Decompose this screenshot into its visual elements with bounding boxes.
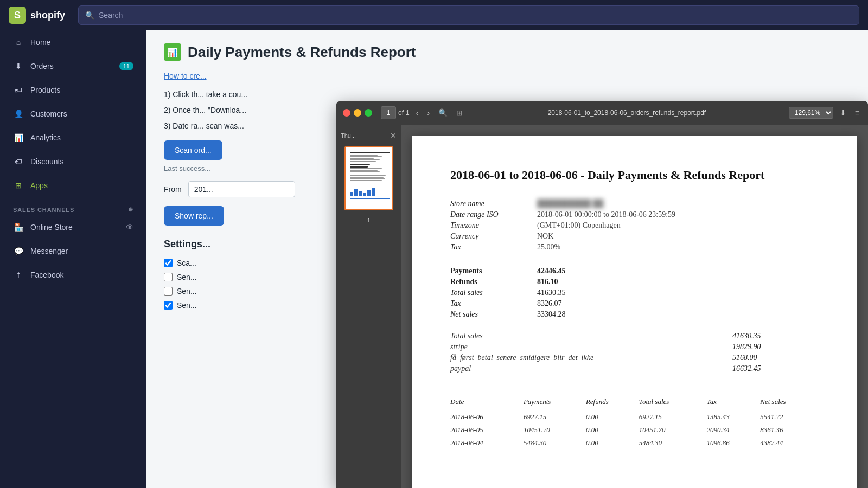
sidebar-item-online-store[interactable]: 🏪 Online Store 👁 <box>4 216 142 238</box>
table-cell: 0.00 <box>586 423 639 436</box>
search-bar[interactable]: 🔍 Search <box>78 5 859 25</box>
pdf-thumbnail-button[interactable]: ⊞ <box>454 107 465 118</box>
pdf-net-sales-value: 33304.28 <box>537 310 566 319</box>
pdf-main-content[interactable]: 2018-06-01 to 2018-06-06 - Daily Payment… <box>401 125 868 488</box>
table-cell: 10451.70 <box>524 423 586 436</box>
products-icon: 🏷 <box>13 85 24 95</box>
pdf-bd-fa-value: 5168.00 <box>732 354 757 362</box>
pdf-meta-timezone-label: Timezone <box>450 221 537 230</box>
instruction-1: 1) Click th... take a cou... <box>164 89 392 100</box>
pdf-meta-store-name-label: Store name <box>450 200 537 208</box>
pdf-page: 2018-06-01 to 2018-06-06 - Daily Payment… <box>412 136 857 488</box>
pdf-search-button[interactable]: 🔍 <box>436 107 450 118</box>
sidebar-item-analytics[interactable]: 📊 Analytics <box>4 127 142 149</box>
checkbox-0[interactable] <box>164 259 173 267</box>
sidebar-label-messenger: Messenger <box>30 247 68 255</box>
pdf-thumb-inner <box>346 147 392 209</box>
sidebar-item-facebook[interactable]: f Facebook <box>4 264 142 286</box>
shopify-logo: S shopify <box>9 7 65 24</box>
add-sales-channel-icon[interactable]: ⊕ <box>128 206 133 213</box>
pdf-next-button[interactable]: › <box>425 107 432 118</box>
pdf-payments-value: 42446.45 <box>537 267 566 275</box>
checkbox-2[interactable] <box>164 287 173 296</box>
pdf-refunds-label: Refunds <box>450 278 537 286</box>
checkbox-1[interactable] <box>164 273 173 281</box>
sidebar-item-apps[interactable]: ⊞ Apps <box>4 175 142 196</box>
table-cell: 2018-06-06 <box>450 410 524 423</box>
pdf-meta-tax-label: Tax <box>450 243 537 252</box>
pdf-filename: 2018-06-01_to_2018-06-06_orders_refunds_… <box>469 109 784 117</box>
pdf-page-input[interactable] <box>381 106 396 119</box>
pdf-meta-store-name: Store name ██████████ ██ <box>450 200 819 208</box>
checkbox-3[interactable] <box>164 301 173 310</box>
pdf-meta-timezone: Timezone (GMT+01:00) Copenhagen <box>450 221 819 230</box>
pdf-meta-currency-value: NOK <box>537 232 553 241</box>
pdf-sum-tax-value: 8326.07 <box>537 299 562 308</box>
sidebar-label-products: Products <box>30 86 60 94</box>
table-cell: 8361.36 <box>760 423 819 436</box>
how-to-create-link[interactable]: How to cre... <box>164 72 392 80</box>
pdf-thumbnail-1[interactable] <box>344 146 393 210</box>
pdf-meta-tax-value: 25.00% <box>537 243 560 252</box>
pdf-viewer: of 1 ‹ › 🔍 ⊞ 2018-06-01_to_2018-06-06_or… <box>336 101 868 488</box>
orders-icon: ⬇ <box>13 61 24 72</box>
from-date-input[interactable] <box>188 181 295 197</box>
pdf-col-refunds: Refunds <box>586 395 639 410</box>
pdf-more-button[interactable]: ≡ <box>853 107 861 118</box>
pdf-summary-refunds: Refunds 816.10 <box>450 278 819 286</box>
facebook-icon: f <box>13 269 24 280</box>
pdf-zoom-select[interactable]: 129,61% <box>789 107 833 119</box>
pdf-minimize-button[interactable] <box>354 109 361 117</box>
table-cell: 6927.15 <box>524 410 586 423</box>
table-cell: 5541.72 <box>760 410 819 423</box>
from-label: From <box>164 185 182 194</box>
table-cell: 2018-06-04 <box>450 436 524 450</box>
sidebar-item-customers[interactable]: 👤 Customers <box>4 103 142 125</box>
scan-orders-button[interactable]: Scan ord... <box>164 140 222 160</box>
pdf-col-date: Date <box>450 395 524 410</box>
search-placeholder: Search <box>99 11 123 20</box>
pdf-breakdown: Total sales 41630.35 stripe 19829.90 få_… <box>450 332 819 373</box>
table-row: 2018-06-066927.150.006927.151385.435541.… <box>450 410 819 423</box>
sidebar-item-messenger[interactable]: 💬 Messenger <box>4 240 142 262</box>
content-area: 📊 Daily Payments & Refunds Report How to… <box>146 30 868 488</box>
pdf-breakdown-total-sales: Total sales 41630.35 <box>450 332 819 341</box>
sidebar-item-discounts[interactable]: 🏷 Discounts <box>4 151 142 172</box>
sidebar-label-apps: Apps <box>30 181 48 190</box>
pdf-breakdown-stripe: stripe 19829.90 <box>450 343 819 351</box>
sidebar-item-orders[interactable]: ⬇ Orders 11 <box>4 55 142 77</box>
show-report-button[interactable]: Show rep... <box>164 206 224 226</box>
sidebar-label-home: Home <box>30 38 50 47</box>
sidebar-label-orders: Orders <box>30 62 54 70</box>
table-row: 2018-06-0510451.700.0010451.702090.34836… <box>450 423 819 436</box>
pdf-bd-total-value: 41630.35 <box>732 332 761 341</box>
pdf-thumbnails-panel: Thu... ✕ <box>336 125 401 488</box>
discounts-icon: 🏷 <box>13 156 24 167</box>
pdf-page-nav: of 1 <box>381 106 410 119</box>
pdf-page-total: 1 <box>406 109 410 117</box>
pdf-meta-date-range-label: Date range ISO <box>450 210 537 219</box>
pdf-thumb-close-button[interactable]: ✕ <box>390 131 397 140</box>
pdf-summary-total-sales: Total sales 41630.35 <box>450 288 819 297</box>
pdf-close-button[interactable] <box>343 109 350 117</box>
pdf-maximize-button[interactable] <box>365 109 372 117</box>
pdf-bd-paypal-label: paypal <box>450 364 732 373</box>
pdf-meta-timezone-value: (GMT+01:00) Copenhagen <box>537 221 621 230</box>
sidebar-item-home[interactable]: ⌂ Home <box>4 31 142 53</box>
checkbox-label-2: Sen... <box>177 287 197 296</box>
sidebar-item-products[interactable]: 🏷 Products <box>4 79 142 101</box>
pdf-download-button[interactable]: ⬇ <box>838 107 848 118</box>
messenger-icon: 💬 <box>13 246 24 256</box>
pdf-breakdown-paypal: paypal 16632.45 <box>450 364 819 373</box>
pdf-divider <box>450 384 819 384</box>
pdf-bd-paypal-value: 16632.45 <box>732 364 761 373</box>
shopify-logo-text: shopify <box>30 10 65 21</box>
pdf-meta-currency: Currency NOK <box>450 232 819 241</box>
pdf-sum-tax-label: Tax <box>450 299 537 308</box>
pdf-net-sales-label: Net sales <box>450 310 537 319</box>
eye-icon: 👁 <box>126 223 133 232</box>
pdf-summary-payments: Payments 42446.45 <box>450 267 819 275</box>
pdf-prev-button[interactable]: ‹ <box>414 107 421 118</box>
top-nav: S shopify 🔍 Search <box>0 0 868 30</box>
pdf-thumb-label: Thu... <box>341 132 356 139</box>
